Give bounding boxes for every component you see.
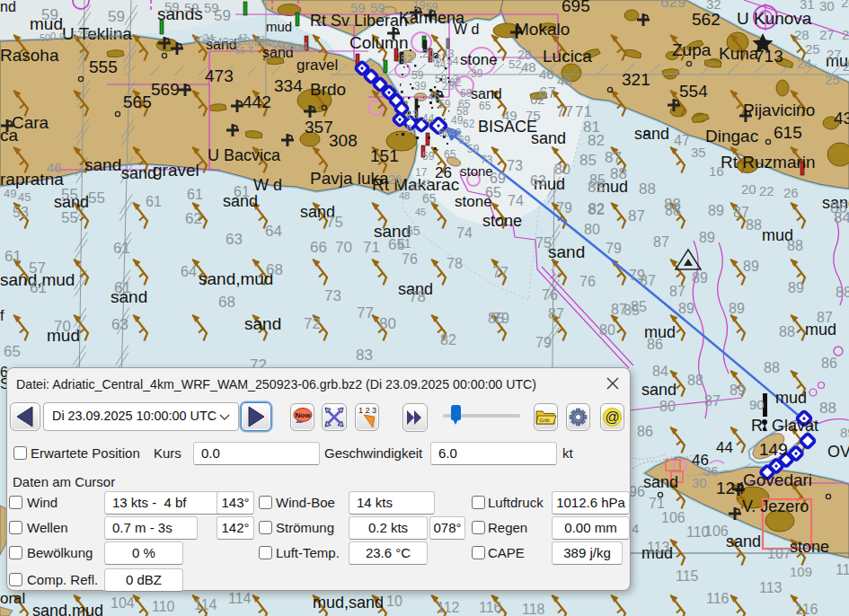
svg-text:53: 53 <box>13 205 29 220</box>
svg-text:52: 52 <box>401 53 413 66</box>
svg-text:68: 68 <box>266 261 283 278</box>
svg-text:48: 48 <box>399 190 410 201</box>
svg-text:89: 89 <box>692 270 708 286</box>
svg-text:64: 64 <box>181 264 197 279</box>
svg-text:39: 39 <box>414 80 427 92</box>
svg-text:85: 85 <box>589 172 606 188</box>
svg-text:113: 113 <box>647 540 670 555</box>
svg-text:48: 48 <box>557 73 572 88</box>
svg-text:20: 20 <box>422 48 435 60</box>
svg-text:113: 113 <box>759 580 783 595</box>
svg-text:116: 116 <box>479 600 502 615</box>
svg-text:59: 59 <box>350 0 366 15</box>
svg-text:569: 569 <box>151 80 180 99</box>
svg-text:49: 49 <box>502 108 517 123</box>
svg-text:f: f <box>0 308 4 323</box>
svg-text:61: 61 <box>146 194 162 209</box>
svg-text:75: 75 <box>326 214 343 231</box>
svg-text:39: 39 <box>471 67 483 80</box>
svg-text:sand: sand <box>84 155 121 174</box>
svg-text:110: 110 <box>152 599 175 614</box>
svg-text:70: 70 <box>54 318 71 335</box>
svg-text:sand: sand <box>634 125 669 143</box>
svg-text:89: 89 <box>788 280 804 295</box>
svg-text:83: 83 <box>356 347 373 364</box>
svg-text:61: 61 <box>4 248 22 265</box>
svg-text:87: 87 <box>605 149 622 166</box>
svg-text:sand,mud: sand,mud <box>32 602 103 616</box>
svg-text:28: 28 <box>517 48 532 62</box>
svg-text:24: 24 <box>797 56 812 71</box>
svg-text:28: 28 <box>842 27 849 42</box>
svg-text:57: 57 <box>29 260 46 277</box>
svg-text:65: 65 <box>422 191 437 206</box>
svg-text:80: 80 <box>584 222 600 237</box>
svg-text:89: 89 <box>708 203 724 218</box>
svg-text:85: 85 <box>631 299 647 314</box>
svg-text:50: 50 <box>40 32 50 43</box>
svg-text:49: 49 <box>449 127 462 139</box>
svg-text:44: 44 <box>422 112 435 125</box>
svg-text:Kuna: Kuna <box>719 44 759 63</box>
svg-text:Lucica: Lucica <box>543 47 592 66</box>
svg-text:44: 44 <box>296 44 306 54</box>
svg-text:59: 59 <box>164 0 180 14</box>
svg-text:695: 695 <box>562 0 590 15</box>
svg-text:0: 0 <box>50 31 56 41</box>
svg-text:76: 76 <box>542 287 558 303</box>
svg-text:71: 71 <box>649 496 665 511</box>
svg-text:114: 114 <box>194 597 217 612</box>
svg-text:V. Jezero: V. Jezero <box>742 497 809 515</box>
svg-text:88: 88 <box>610 165 627 182</box>
svg-text:77: 77 <box>357 304 374 321</box>
svg-text:35: 35 <box>691 145 706 160</box>
svg-text:sand: sand <box>726 532 761 550</box>
svg-text:116: 116 <box>706 591 730 606</box>
svg-text:112: 112 <box>437 600 460 615</box>
svg-text:88: 88 <box>819 400 836 417</box>
svg-text:20: 20 <box>741 181 756 197</box>
svg-text:46: 46 <box>539 66 554 82</box>
svg-text:sand: sand <box>531 129 566 147</box>
svg-text:45: 45 <box>205 35 217 48</box>
svg-text:80: 80 <box>554 162 570 177</box>
svg-text:sand: sand <box>121 164 156 182</box>
svg-text:57: 57 <box>85 29 96 40</box>
svg-text:W d: W d <box>253 176 282 194</box>
svg-text:84: 84 <box>652 364 668 379</box>
svg-text:78: 78 <box>409 288 426 305</box>
svg-text:116: 116 <box>795 602 818 616</box>
svg-text:@: @ <box>605 409 619 425</box>
svg-text:mud: mud <box>266 19 292 34</box>
svg-text:32: 32 <box>706 0 721 12</box>
svg-text:308: 308 <box>329 131 358 150</box>
svg-text:89: 89 <box>743 259 759 274</box>
svg-text:63: 63 <box>226 231 243 248</box>
svg-text:44: 44 <box>108 30 119 40</box>
svg-text:88: 88 <box>746 217 762 233</box>
svg-text:70: 70 <box>335 239 352 256</box>
svg-text:59: 59 <box>467 143 480 155</box>
svg-text:58: 58 <box>456 105 469 118</box>
svg-text:13: 13 <box>406 109 419 121</box>
svg-text:oral: oral <box>0 590 25 607</box>
svg-text:149: 149 <box>759 440 788 459</box>
svg-text:61: 61 <box>114 279 131 296</box>
svg-text:20: 20 <box>274 40 285 50</box>
svg-text:26: 26 <box>388 172 402 187</box>
svg-text:88: 88 <box>764 360 780 375</box>
svg-text:47: 47 <box>237 33 248 43</box>
svg-text:sand: sand <box>244 314 281 333</box>
svg-text:75: 75 <box>535 235 552 251</box>
svg-text:41: 41 <box>420 178 431 189</box>
svg-text:9: 9 <box>59 31 65 42</box>
svg-text:68: 68 <box>218 294 235 311</box>
svg-text:80: 80 <box>599 322 615 338</box>
svg-text:107: 107 <box>767 546 792 561</box>
svg-text:79: 79 <box>606 241 622 256</box>
svg-text:113: 113 <box>836 562 849 577</box>
svg-text:43: 43 <box>410 181 420 192</box>
svg-text:sand: sand <box>548 242 585 261</box>
svg-text:72: 72 <box>304 315 321 332</box>
svg-text:59: 59 <box>370 0 385 15</box>
